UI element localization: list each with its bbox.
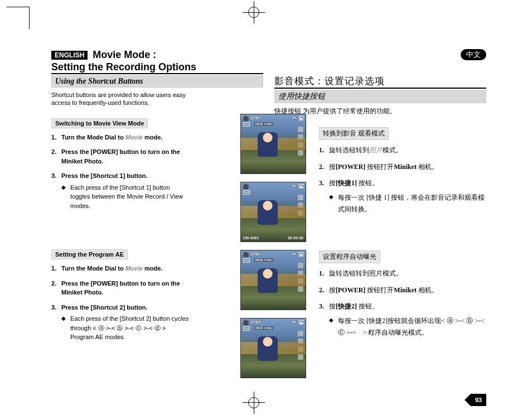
title-chinese: 影音模式：设置记录选项 <box>274 75 486 88</box>
step2: 按[POWER] 按钮打开Miniket 相机。 <box>319 161 486 173</box>
camera-icon: 🎥 <box>243 184 249 189</box>
english-tag: ENGLISH <box>51 51 88 60</box>
steps-section2-cn: 旋转选钮转到照片模式。 按[POWER] 按钮打开Miniket 相机。 按[快… <box>319 268 486 339</box>
remaining-time: REM 4 Min <box>254 258 273 262</box>
resolution: 640 <box>243 122 250 127</box>
status-stby: STBY <box>250 116 261 120</box>
step3-sub: Each press of the [Shortcut 1] button to… <box>61 183 191 211</box>
step1: Turn the Mode Dial to Movie mode. <box>51 264 191 273</box>
folder-number: 100-0001 <box>243 236 259 240</box>
play-icon: ▶ <box>299 320 303 325</box>
intro-text-en: Shortcut buttons are provided to allow u… <box>51 91 191 107</box>
status-stby: STBY <box>250 320 261 324</box>
step2: 按[POWER] 按钮打开Miniket 相机。 <box>319 284 486 297</box>
step3: Press the [Shortcut 1] button. Each pres… <box>51 171 191 210</box>
chinese-tag: 中文 <box>461 49 486 60</box>
section-heading-cn: 使用快捷按钮 <box>274 90 486 103</box>
steps-section2-en: Turn the Mode Dial to Movie mode. Press … <box>51 264 191 342</box>
camera-screen-4: 🎥 STBY REM 4 Min IN ▶ 640 <box>240 318 306 378</box>
section-heading-en: Using the Shortcut Buttons <box>51 75 263 88</box>
play-icon: ▶ <box>299 184 303 189</box>
left-column-english: ENGLISH Movie Mode : Setting the Recordi… <box>51 49 263 406</box>
subhead-switching-cn: 转换到影音 观看模式 <box>319 127 389 140</box>
step1: 旋转选钮转到照片模式。 <box>319 144 486 157</box>
step2: Press the [POWER] button to turn on the … <box>51 147 191 166</box>
play-icon: ▶ <box>299 252 303 257</box>
step1: Turn the Mode Dial to Movie mode. <box>51 133 191 142</box>
subhead-switching: Switching to Movie View Mode <box>51 118 148 128</box>
title-line2: Setting the Recording Options <box>51 61 196 73</box>
step2: Press the [POWER] button to turn on the … <box>51 279 191 297</box>
steps-section1-cn: 旋转选钮转到照片模式。 按[POWER] 按钮打开Miniket 相机。 按[快… <box>319 144 486 216</box>
remaining-time: REM 4 Min <box>254 326 273 330</box>
title-english: ENGLISH Movie Mode : Setting the Recordi… <box>51 49 263 73</box>
camera-icon: 🎥 <box>243 320 249 325</box>
camera-icon: 🎥 <box>243 116 249 121</box>
time-counter: 00:00:00 <box>288 236 303 240</box>
title-line1: Movie Mode : <box>93 49 156 60</box>
status-stby: STBY <box>250 252 261 256</box>
steps-section1-en: Turn the Mode Dial to Movie mode. Press … <box>51 133 191 211</box>
camera-screenshots-column: 3 🎥 STBY REM 4 Min IN ▶ 640 🎥 IN ▶ 640 1… <box>240 114 308 386</box>
subhead-program-ae: Setting the Program AE <box>51 249 128 259</box>
storage-in: IN <box>292 320 296 324</box>
subhead-program-ae-cn: 设置程序自动曝光 <box>319 250 380 263</box>
camera-screen-3: 3 🎥 STBY REM 4 Min IN ▶ 640 <box>240 250 306 310</box>
step3-sub: Each press of the [Shortcut 2] button cy… <box>61 314 191 342</box>
camera-screen-2: 🎥 IN ▶ 640 100-0001 00:00:00 <box>240 182 306 242</box>
play-icon: ▶ <box>299 116 303 120</box>
camera-icon: 🎥 <box>243 252 249 257</box>
resolution: 640 <box>243 326 250 331</box>
page-number: 93 <box>471 394 486 406</box>
step3: 按[快捷1] 按钮。 每按一次 [快捷 1] 按钮，将会在影音记录和观看模式间转… <box>319 177 486 216</box>
step3-sub: 每按一次 [快捷 1] 按钮，将会在影音记录和观看模式间转换。 <box>329 192 486 216</box>
resolution: 640 <box>243 190 250 195</box>
storage-in: IN <box>292 116 296 119</box>
resolution: 640 <box>243 258 250 263</box>
step1: 旋转选钮转到照片模式。 <box>319 268 486 280</box>
step3: 按[快捷2] 按钮。 每按一次 [快捷2]按钮就会循环出现< ⓐ >-< ⓑ >… <box>319 301 486 339</box>
camera-screen-1: 3 🎥 STBY REM 4 Min IN ▶ 640 <box>240 114 306 174</box>
remaining-time: REM 4 Min <box>254 122 273 126</box>
step3-sub: 每按一次 [快捷2]按钮就会循环出现< ⓐ >-< ⓑ >-< ⓒ >-< > … <box>329 315 486 339</box>
storage-in: IN <box>292 184 296 187</box>
storage-in: IN <box>292 252 296 255</box>
registration-mark-top <box>248 7 259 18</box>
step3: Press the [Shortcut 2] button. Each pres… <box>51 303 191 342</box>
